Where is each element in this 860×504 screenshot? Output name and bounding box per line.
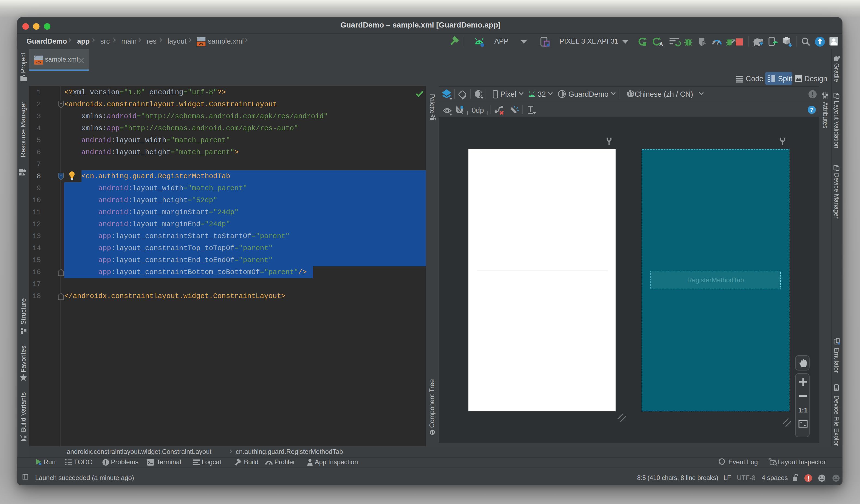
svg-text:?: ? (810, 106, 813, 113)
svg-text:<>: <> (36, 60, 41, 65)
svg-text:<>: <> (199, 42, 203, 47)
svg-text:A: A (659, 41, 663, 47)
